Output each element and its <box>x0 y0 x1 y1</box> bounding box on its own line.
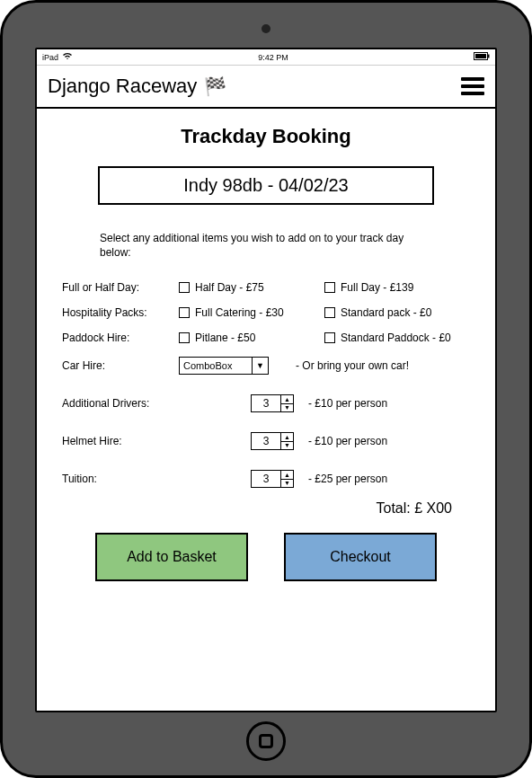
event-display: Indy 98db - 04/02/23 <box>98 166 434 205</box>
row-tuition: Tuition: 3 ▲ ▼ - £25 per person <box>62 470 470 488</box>
svg-rect-2 <box>475 54 486 58</box>
row-helmet: Helmet Hire: 3 ▲ ▼ - £10 per person <box>62 432 470 450</box>
paddock-label: Paddock Hire: <box>62 332 179 344</box>
page-title: Trackday Booking <box>62 125 470 148</box>
drivers-note: - £10 per person <box>308 397 387 410</box>
svg-rect-1 <box>488 55 490 58</box>
helmet-note: - £10 per person <box>308 435 387 447</box>
drivers-up-icon[interactable]: ▲ <box>281 395 293 404</box>
camera-dot <box>262 24 270 33</box>
chevron-down-icon: ▼ <box>252 358 268 374</box>
pitlane-checkbox[interactable] <box>179 332 190 343</box>
pitlane-label: Pitlane - £50 <box>195 332 255 344</box>
checkout-button[interactable]: Checkout <box>284 533 437 581</box>
brand-title: Django Raceway <box>48 75 197 98</box>
screen: iPad 9:42 PM Django Raceway 🏁 Tra <box>35 48 497 712</box>
helmet-down-icon[interactable]: ▼ <box>281 442 293 450</box>
tuition-label: Tuition: <box>62 473 179 485</box>
carrier-label: iPad <box>42 53 58 62</box>
brand: Django Raceway 🏁 <box>48 75 226 98</box>
row-drivers: Additional Drivers: 3 ▲ ▼ - £10 per pers… <box>62 394 470 412</box>
carhire-combo-text: ComboBox <box>180 358 252 374</box>
catering-checkbox[interactable] <box>179 307 190 318</box>
row-day: Full or Half Day: Half Day - £75 Full Da… <box>62 281 470 294</box>
standard-pack-label: Standard pack - £0 <box>341 306 431 319</box>
content-area: Trackday Booking Indy 98db - 04/02/23 Se… <box>37 109 495 711</box>
drivers-value: 3 <box>252 395 280 411</box>
tuition-value: 3 <box>252 471 280 487</box>
catering-label: Full Catering - £30 <box>195 306 284 319</box>
intro-text: Select any additional items you wish to … <box>100 232 432 260</box>
half-day-checkbox[interactable] <box>179 282 190 293</box>
app-header: Django Raceway 🏁 <box>37 66 495 109</box>
drivers-down-icon[interactable]: ▼ <box>281 404 293 412</box>
helmet-up-icon[interactable]: ▲ <box>281 433 293 442</box>
tuition-stepper[interactable]: 3 ▲ ▼ <box>251 470 294 488</box>
half-day-label: Half Day - £75 <box>195 281 264 294</box>
home-button[interactable] <box>246 721 286 761</box>
tablet-frame: iPad 9:42 PM Django Raceway 🏁 Tra <box>0 0 532 778</box>
day-label: Full or Half Day: <box>62 281 179 294</box>
helmet-label: Helmet Hire: <box>62 435 179 447</box>
row-paddock: Paddock Hire: Pitlane - £50 Standard Pad… <box>62 332 470 344</box>
tuition-up-icon[interactable]: ▲ <box>281 471 293 480</box>
tuition-note: - £25 per person <box>308 473 387 485</box>
carhire-note: - Or bring your own car! <box>296 359 409 372</box>
standard-paddock-checkbox[interactable] <box>324 332 335 343</box>
row-hospitality: Hospitality Packs: Full Catering - £30 S… <box>62 306 470 319</box>
standard-pack-checkbox[interactable] <box>324 307 335 318</box>
hospitality-label: Hospitality Packs: <box>62 306 179 319</box>
status-time: 9:42 PM <box>258 53 288 62</box>
full-day-label: Full Day - £139 <box>341 281 413 294</box>
drivers-stepper[interactable]: 3 ▲ ▼ <box>251 394 294 412</box>
helmet-stepper[interactable]: 3 ▲ ▼ <box>251 432 294 450</box>
full-day-checkbox[interactable] <box>324 282 335 293</box>
menu-button[interactable] <box>461 77 484 95</box>
wifi-icon <box>62 52 73 62</box>
carhire-combo[interactable]: ComboBox ▼ <box>179 357 269 375</box>
carhire-label: Car Hire: <box>62 359 179 372</box>
standard-paddock-label: Standard Paddock - £0 <box>341 332 451 344</box>
flag-icon: 🏁 <box>204 75 226 97</box>
home-button-icon <box>259 734 273 748</box>
helmet-value: 3 <box>252 433 280 449</box>
tuition-down-icon[interactable]: ▼ <box>281 480 293 488</box>
row-carhire: Car Hire: ComboBox ▼ - Or bring your own… <box>62 357 470 375</box>
add-to-basket-button[interactable]: Add to Basket <box>95 533 248 581</box>
drivers-label: Additional Drivers: <box>62 397 179 410</box>
button-row: Add to Basket Checkout <box>62 533 470 581</box>
total-label: Total: £ X00 <box>62 500 452 517</box>
battery-icon <box>474 52 490 62</box>
status-bar: iPad 9:42 PM <box>37 49 495 66</box>
